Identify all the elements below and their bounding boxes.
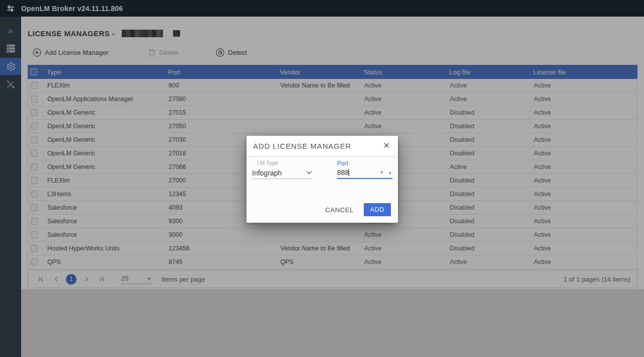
lm-type-label: LM Type bbox=[252, 160, 312, 167]
add-license-manager-dialog: ADD LICENSE MANAGER ✕ LM Type Infograph … bbox=[247, 136, 398, 223]
text-caret bbox=[349, 169, 349, 176]
port-value: 888 bbox=[337, 168, 349, 176]
stepper-down-icon[interactable]: ▼ bbox=[379, 170, 384, 175]
lm-type-field: LM Type Infograph bbox=[252, 160, 312, 179]
dialog-title: ADD LICENSE MANAGER bbox=[253, 142, 351, 150]
close-icon[interactable]: ✕ bbox=[382, 141, 391, 151]
lm-type-value: Infograph bbox=[252, 169, 282, 177]
lm-type-select[interactable]: Infograph bbox=[252, 167, 312, 179]
chevron-down-icon bbox=[306, 171, 312, 174]
port-field: Port 888 ▼ ▲ bbox=[337, 160, 392, 179]
port-label: Port bbox=[337, 160, 392, 167]
dialog-header: ADD LICENSE MANAGER ✕ bbox=[247, 136, 398, 156]
port-stepper[interactable]: ▼ ▲ bbox=[379, 170, 392, 175]
dialog-footer: CANCEL ADD bbox=[325, 203, 391, 216]
stepper-up-icon[interactable]: ▲ bbox=[388, 170, 392, 175]
port-input[interactable]: 888 ▼ ▲ bbox=[337, 167, 392, 179]
cancel-button[interactable]: CANCEL bbox=[325, 206, 353, 214]
add-button[interactable]: ADD bbox=[364, 203, 391, 216]
